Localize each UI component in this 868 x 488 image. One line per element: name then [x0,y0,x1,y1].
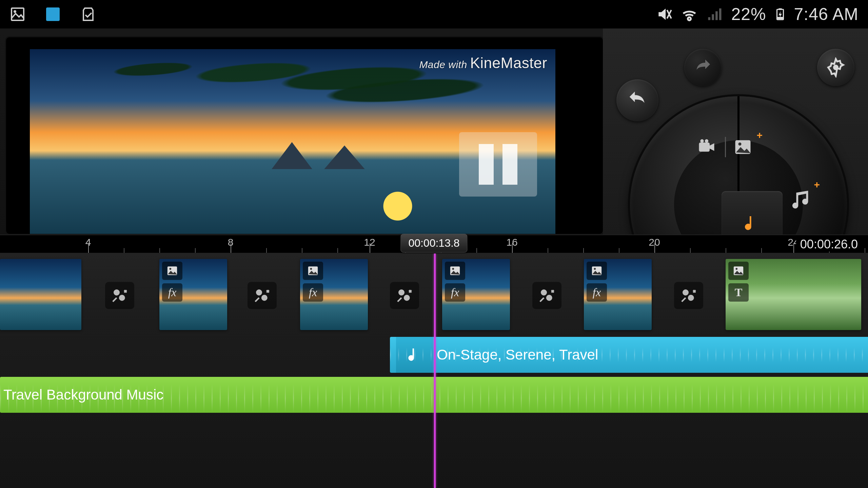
svg-point-9 [705,139,708,143]
fx-overlay-icon: fx [303,283,323,302]
time-ruler[interactable]: 4812162024 00:00:13.8 00:00:26.0 [0,235,868,253]
clock-text: 7:46 AM [794,4,859,24]
video-clip[interactable]: fx [300,259,368,330]
svg-point-25 [546,295,552,301]
video-clip[interactable] [0,259,81,330]
settings-button[interactable] [817,49,854,86]
wifi-icon [680,5,698,23]
video-clip[interactable]: fx [442,259,510,330]
total-duration: 00:00:26.0 [796,237,862,251]
video-clip[interactable]: fx [584,259,652,330]
svg-point-20 [398,289,405,296]
watermark-prefix: Made with [419,59,470,70]
ruler-tick-label: 20 [649,237,660,248]
pause-button[interactable] [459,132,537,197]
image-overlay-icon [728,262,749,280]
svg-point-1 [14,10,16,13]
svg-point-28 [683,289,689,296]
svg-point-11 [738,143,742,146]
svg-point-16 [256,289,262,296]
app-icon [45,6,61,22]
playhead-time-label: 00:00:13.8 [400,234,467,252]
svg-point-15 [170,268,172,270]
video-clip[interactable]: T [726,259,861,330]
fx-overlay-icon: fx [445,283,465,302]
fx-overlay-icon: fx [587,283,607,302]
add-media-button[interactable]: + [694,137,754,157]
image-overlay-icon [303,262,323,280]
mute-icon [656,6,673,23]
svg-rect-7 [699,143,710,152]
battery-icon [774,5,787,23]
image-overlay-icon [587,262,607,280]
timeline[interactable]: fxfxfxfxT On-Stage, Serene, Travel Trave… [0,253,868,488]
playhead[interactable] [434,253,436,488]
svg-point-8 [700,139,704,143]
add-music-button[interactable]: + [789,188,813,211]
audio-track-1[interactable]: On-Stage, Serene, Travel [390,337,868,373]
task-icon [80,6,96,22]
image-overlay-icon [445,262,465,280]
ruler-tick-label: 12 [364,237,375,248]
transition-button[interactable] [390,282,419,309]
svg-rect-2 [46,7,60,21]
music-note-icon [396,337,433,373]
gallery-icon [9,6,26,22]
jog-zone: + REC + [603,28,868,235]
battery-text: 22% [731,4,766,24]
ruler-tick-label: 4 [85,237,91,248]
transition-button[interactable] [248,282,277,309]
status-bar-right: 22% 7:46 AM [656,4,859,24]
svg-point-24 [541,289,547,296]
ruler-tick-label: 8 [228,237,234,248]
svg-rect-5 [777,17,783,19]
transition-button[interactable] [105,282,134,309]
svg-rect-4 [778,8,782,10]
transition-button[interactable] [532,282,561,309]
image-overlay-icon [162,262,182,280]
video-clip[interactable]: fx [159,259,227,330]
status-bar: 22% 7:46 AM [0,0,868,28]
fx-overlay-icon: fx [162,283,182,302]
svg-point-31 [736,268,738,270]
svg-point-29 [688,295,694,301]
svg-point-19 [310,268,312,270]
audio-track-1-label: On-Stage, Serene, Travel [437,347,598,363]
text-overlay-icon: T [728,283,749,302]
audio-track-2-label: Travel Background Music [3,387,163,403]
svg-point-23 [452,268,454,270]
ruler-tick-label: 16 [506,237,517,248]
svg-point-13 [119,295,125,301]
undo-button[interactable] [616,79,658,121]
watermark: Made with KineMaster [419,55,547,72]
svg-point-12 [114,289,120,296]
svg-rect-0 [12,8,24,20]
preview-frame: Made with KineMaster [30,49,555,234]
transition-button[interactable] [674,282,703,309]
redo-button[interactable] [684,49,722,86]
editor-main: Made with KineMaster + [0,28,868,235]
signal-icon [706,5,724,23]
watermark-brand: KineMaster [470,55,547,71]
svg-point-27 [594,268,596,270]
status-bar-left [9,6,96,22]
preview-pane[interactable]: Made with KineMaster [6,37,603,234]
svg-point-21 [404,295,410,301]
svg-point-17 [261,295,268,301]
